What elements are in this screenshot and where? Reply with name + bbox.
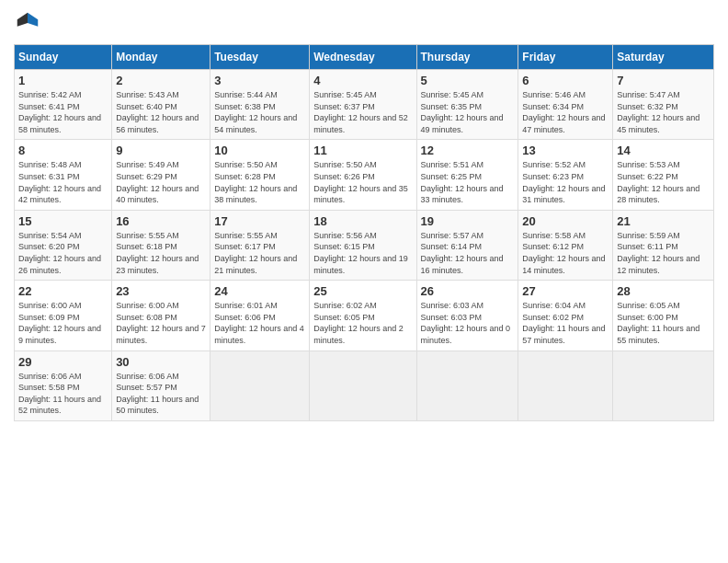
calendar-cell: 15 Sunrise: 5:54 AMSunset: 6:20 PMDaylig… xyxy=(15,210,112,280)
header xyxy=(14,9,714,37)
day-number: 16 xyxy=(116,214,206,228)
day-number: 12 xyxy=(421,144,515,157)
day-number: 15 xyxy=(18,214,108,228)
calendar-cell: 16 Sunrise: 5:55 AMSunset: 6:18 PMDaylig… xyxy=(112,210,210,280)
day-info: Sunrise: 6:05 AMSunset: 6:00 PMDaylight:… xyxy=(617,300,710,346)
calendar-cell: 3 Sunrise: 5:44 AMSunset: 6:38 PMDayligh… xyxy=(210,70,310,140)
day-info: Sunrise: 5:59 AMSunset: 6:11 PMDaylight:… xyxy=(617,230,710,276)
day-info: Sunrise: 5:43 AMSunset: 6:40 PMDaylight:… xyxy=(116,89,206,135)
calendar-cell: 10 Sunrise: 5:50 AMSunset: 6:28 PMDaylig… xyxy=(210,140,310,210)
calendar-cell: 30 Sunrise: 6:06 AMSunset: 5:57 PMDaylig… xyxy=(112,350,210,420)
day-info: Sunrise: 6:00 AMSunset: 6:09 PMDaylight:… xyxy=(18,300,108,346)
day-info: Sunrise: 6:02 AMSunset: 6:05 PMDaylight:… xyxy=(313,300,412,346)
calendar-cell: 13 Sunrise: 5:52 AMSunset: 6:23 PMDaylig… xyxy=(518,140,613,210)
calendar-week-row: 29 Sunrise: 6:06 AMSunset: 5:58 PMDaylig… xyxy=(15,350,714,420)
day-number: 9 xyxy=(116,144,206,157)
day-info: Sunrise: 5:53 AMSunset: 6:22 PMDaylight:… xyxy=(617,159,710,205)
calendar-cell: 19 Sunrise: 5:57 AMSunset: 6:14 PMDaylig… xyxy=(416,210,518,280)
day-info: Sunrise: 6:00 AMSunset: 6:08 PMDaylight:… xyxy=(116,300,206,346)
weekday-header: Sunday xyxy=(15,45,112,70)
calendar-cell: 12 Sunrise: 5:51 AMSunset: 6:25 PMDaylig… xyxy=(416,140,518,210)
day-number: 20 xyxy=(522,214,609,228)
day-info: Sunrise: 5:49 AMSunset: 6:29 PMDaylight:… xyxy=(116,159,206,205)
day-number: 22 xyxy=(18,284,108,298)
logo-icon xyxy=(14,9,41,37)
calendar-cell: 27 Sunrise: 6:04 AMSunset: 6:02 PMDaylig… xyxy=(518,281,613,350)
day-number: 21 xyxy=(617,214,710,228)
calendar-cell: 6 Sunrise: 5:46 AMSunset: 6:34 PMDayligh… xyxy=(518,70,613,140)
calendar-cell: 26 Sunrise: 6:03 AMSunset: 6:03 PMDaylig… xyxy=(416,281,518,350)
day-number: 1 xyxy=(18,74,108,87)
day-info: Sunrise: 6:01 AMSunset: 6:06 PMDaylight:… xyxy=(214,300,305,346)
calendar-week-row: 8 Sunrise: 5:48 AMSunset: 6:31 PMDayligh… xyxy=(15,140,714,210)
weekday-header: Friday xyxy=(518,45,613,70)
weekday-header: Wednesday xyxy=(310,45,416,70)
day-number: 27 xyxy=(522,284,609,298)
day-number: 23 xyxy=(116,284,206,298)
day-number: 8 xyxy=(18,144,108,157)
day-number: 6 xyxy=(522,74,609,87)
day-number: 13 xyxy=(522,144,609,157)
day-info: Sunrise: 5:52 AMSunset: 6:23 PMDaylight:… xyxy=(522,159,609,205)
day-info: Sunrise: 5:45 AMSunset: 6:37 PMDaylight:… xyxy=(313,89,412,135)
day-info: Sunrise: 6:06 AMSunset: 5:57 PMDaylight:… xyxy=(116,371,206,417)
calendar-cell: 29 Sunrise: 6:06 AMSunset: 5:58 PMDaylig… xyxy=(15,350,112,420)
day-info: Sunrise: 5:50 AMSunset: 6:26 PMDaylight:… xyxy=(313,159,412,205)
day-number: 30 xyxy=(116,355,206,369)
day-number: 17 xyxy=(214,214,305,228)
calendar-cell: 22 Sunrise: 6:00 AMSunset: 6:09 PMDaylig… xyxy=(15,281,112,350)
day-info: Sunrise: 5:47 AMSunset: 6:32 PMDaylight:… xyxy=(617,89,710,135)
day-number: 10 xyxy=(214,144,305,157)
calendar-cell: 11 Sunrise: 5:50 AMSunset: 6:26 PMDaylig… xyxy=(310,140,416,210)
day-info: Sunrise: 5:42 AMSunset: 6:41 PMDaylight:… xyxy=(18,89,108,135)
day-info: Sunrise: 5:48 AMSunset: 6:31 PMDaylight:… xyxy=(18,159,108,205)
calendar-cell: 1 Sunrise: 5:42 AMSunset: 6:41 PMDayligh… xyxy=(15,70,112,140)
day-info: Sunrise: 5:56 AMSunset: 6:15 PMDaylight:… xyxy=(313,230,412,276)
day-number: 2 xyxy=(116,74,206,87)
calendar-cell xyxy=(518,350,613,420)
calendar-week-row: 22 Sunrise: 6:00 AMSunset: 6:09 PMDaylig… xyxy=(15,281,714,350)
calendar-cell xyxy=(416,350,518,420)
day-info: Sunrise: 5:54 AMSunset: 6:20 PMDaylight:… xyxy=(18,230,108,276)
calendar-cell: 23 Sunrise: 6:00 AMSunset: 6:08 PMDaylig… xyxy=(112,281,210,350)
day-number: 5 xyxy=(421,74,515,87)
weekday-header: Monday xyxy=(112,45,210,70)
calendar-cell: 18 Sunrise: 5:56 AMSunset: 6:15 PMDaylig… xyxy=(310,210,416,280)
day-info: Sunrise: 5:51 AMSunset: 6:25 PMDaylight:… xyxy=(421,159,515,205)
calendar-cell: 7 Sunrise: 5:47 AMSunset: 6:32 PMDayligh… xyxy=(613,70,714,140)
logo xyxy=(14,9,45,37)
calendar-cell: 28 Sunrise: 6:05 AMSunset: 6:00 PMDaylig… xyxy=(613,281,714,350)
day-info: Sunrise: 6:04 AMSunset: 6:02 PMDaylight:… xyxy=(522,300,609,346)
svg-marker-1 xyxy=(17,13,28,27)
day-number: 18 xyxy=(313,214,412,228)
day-number: 14 xyxy=(617,144,710,157)
day-number: 28 xyxy=(617,284,710,298)
day-number: 25 xyxy=(313,284,412,298)
calendar-cell: 25 Sunrise: 6:02 AMSunset: 6:05 PMDaylig… xyxy=(310,281,416,350)
day-number: 11 xyxy=(313,144,412,157)
day-info: Sunrise: 5:46 AMSunset: 6:34 PMDaylight:… xyxy=(522,89,609,135)
day-number: 24 xyxy=(214,284,305,298)
calendar-cell xyxy=(310,350,416,420)
calendar-cell: 8 Sunrise: 5:48 AMSunset: 6:31 PMDayligh… xyxy=(15,140,112,210)
day-info: Sunrise: 5:58 AMSunset: 6:12 PMDaylight:… xyxy=(522,230,609,276)
weekday-header: Saturday xyxy=(613,45,714,70)
day-info: Sunrise: 5:57 AMSunset: 6:14 PMDaylight:… xyxy=(421,230,515,276)
day-number: 29 xyxy=(18,355,108,369)
svg-marker-0 xyxy=(28,13,38,27)
calendar-cell: 17 Sunrise: 5:55 AMSunset: 6:17 PMDaylig… xyxy=(210,210,310,280)
weekday-header: Tuesday xyxy=(210,45,310,70)
calendar-cell: 21 Sunrise: 5:59 AMSunset: 6:11 PMDaylig… xyxy=(613,210,714,280)
weekday-header-row: SundayMondayTuesdayWednesdayThursdayFrid… xyxy=(15,45,714,70)
page-container: SundayMondayTuesdayWednesdayThursdayFrid… xyxy=(0,0,728,431)
calendar-cell: 9 Sunrise: 5:49 AMSunset: 6:29 PMDayligh… xyxy=(112,140,210,210)
day-info: Sunrise: 5:44 AMSunset: 6:38 PMDaylight:… xyxy=(214,89,305,135)
day-info: Sunrise: 5:55 AMSunset: 6:17 PMDaylight:… xyxy=(214,230,305,276)
day-info: Sunrise: 6:03 AMSunset: 6:03 PMDaylight:… xyxy=(421,300,515,346)
day-number: 26 xyxy=(421,284,515,298)
day-info: Sunrise: 5:50 AMSunset: 6:28 PMDaylight:… xyxy=(214,159,305,205)
calendar-cell xyxy=(210,350,310,420)
calendar-cell: 5 Sunrise: 5:45 AMSunset: 6:35 PMDayligh… xyxy=(416,70,518,140)
calendar-cell: 24 Sunrise: 6:01 AMSunset: 6:06 PMDaylig… xyxy=(210,281,310,350)
calendar-cell: 20 Sunrise: 5:58 AMSunset: 6:12 PMDaylig… xyxy=(518,210,613,280)
